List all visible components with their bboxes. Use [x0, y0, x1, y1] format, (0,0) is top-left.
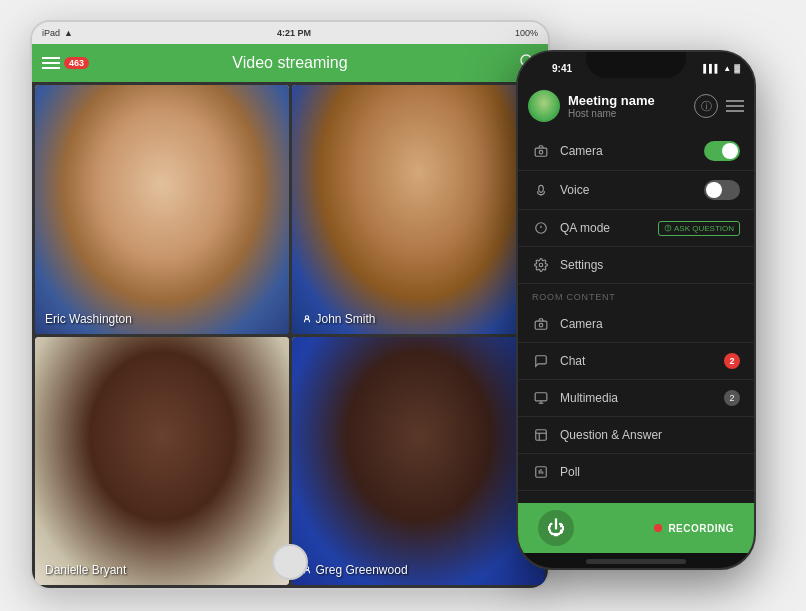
video-grid: Eric Washington John Smith Danielle Brya… — [32, 82, 548, 588]
ipad-wifi-icon: ▲ — [64, 28, 73, 38]
tablet-notifications-badge: 463 — [64, 57, 89, 69]
tablet-device: iPad ▲ 4:21 PM 100% 463 Video streaming … — [30, 20, 550, 590]
tablet-title: Video streaming — [232, 54, 347, 72]
svg-rect-17 — [536, 430, 547, 441]
tablet-status-left[interactable]: 463 — [42, 57, 89, 69]
chat-badge: 2 — [724, 353, 740, 369]
ipad-time: 4:21 PM — [277, 28, 311, 38]
svg-rect-4 — [535, 148, 547, 156]
camera-toggle[interactable] — [704, 141, 740, 161]
qa-icon — [532, 426, 550, 444]
poll-label: Poll — [560, 465, 740, 479]
recording-dot — [654, 524, 662, 532]
qa-mode-icon — [532, 219, 550, 237]
room-content-section-label: ROOM CONTENT — [518, 284, 754, 306]
settings-icon — [532, 256, 550, 274]
power-button[interactable]: ⏻ — [538, 510, 574, 546]
recording-indicator: RECORDING — [654, 523, 734, 534]
phone-battery-icon: ▓ — [734, 64, 740, 73]
ipad-status-right: 100% — [515, 28, 538, 38]
phone-footer: ⏻ RECORDING — [518, 503, 754, 553]
tablet-top-bar: 463 Video streaming — [32, 44, 548, 82]
settings-item[interactable]: Settings — [518, 247, 754, 284]
meeting-name: Meeting name — [568, 93, 686, 108]
video-cell-eric: Eric Washington — [35, 85, 289, 334]
voice-toggle[interactable] — [704, 180, 740, 200]
chat-icon — [532, 352, 550, 370]
participant-name-greg: Greg Greenwood — [302, 563, 408, 577]
participant-name-john: John Smith — [302, 312, 376, 326]
multimedia-label: Multimedia — [560, 391, 714, 405]
phone-header-icons[interactable]: ⓘ — [694, 94, 744, 118]
ask-question-button[interactable]: ASK QUESTION — [658, 221, 740, 236]
phone-notch — [586, 52, 686, 78]
voice-control-item[interactable]: Voice — [518, 171, 754, 210]
svg-point-6 — [539, 185, 544, 192]
phone-time: 9:41 — [532, 63, 572, 74]
video-cell-danielle: Danielle Bryant — [35, 337, 289, 586]
ipad-battery: 100% — [515, 28, 538, 38]
host-name: Host name — [568, 108, 686, 119]
qa-label: Question & Answer — [560, 428, 740, 442]
settings-label: Settings — [560, 258, 740, 272]
recording-label: RECORDING — [668, 523, 734, 534]
logout-item[interactable]: Logout — [518, 491, 754, 503]
room-qa-item[interactable]: Question & Answer — [518, 417, 754, 454]
chat-label: Chat — [560, 354, 714, 368]
logout-icon — [532, 500, 550, 503]
phone-avatar — [528, 90, 560, 122]
svg-point-5 — [539, 150, 543, 154]
video-cell-john: John Smith — [292, 85, 546, 334]
qa-mode-label: QA mode — [560, 221, 648, 235]
phone-device: 9:41 ▌▌▌ ▲ ▓ Meeting name Host name ⓘ — [516, 50, 756, 570]
svg-rect-14 — [535, 393, 547, 401]
multimedia-badge: 2 — [724, 390, 740, 406]
room-camera-label: Camera — [560, 317, 740, 331]
phone-status-icons: ▌▌▌ ▲ ▓ — [703, 64, 740, 73]
ipad-label: iPad — [42, 28, 60, 38]
svg-point-13 — [539, 323, 543, 327]
svg-point-11 — [539, 263, 543, 267]
tablet-menu-icon[interactable] — [42, 57, 60, 69]
phone-wifi-icon: ▲ — [723, 64, 731, 73]
hamburger-menu-icon[interactable] — [726, 100, 744, 112]
camera-control-item[interactable]: Camera — [518, 132, 754, 171]
svg-rect-12 — [535, 321, 547, 329]
ipad-status-bar: iPad ▲ 4:21 PM 100% — [32, 22, 548, 44]
participant-name-eric: Eric Washington — [45, 312, 132, 326]
camera-label: Camera — [560, 144, 694, 158]
tablet-home-button[interactable] — [272, 544, 308, 580]
room-multimedia-item[interactable]: Multimedia 2 — [518, 380, 754, 417]
phone-header: Meeting name Host name ⓘ — [518, 80, 754, 132]
room-camera-item[interactable]: Camera — [518, 306, 754, 343]
camera-icon — [532, 142, 550, 160]
room-camera-icon — [532, 315, 550, 333]
ipad-status-left: iPad ▲ — [42, 28, 73, 38]
video-cell-greg: Greg Greenwood — [292, 337, 546, 586]
multimedia-icon — [532, 389, 550, 407]
info-icon[interactable]: ⓘ — [694, 94, 718, 118]
voice-label: Voice — [560, 183, 694, 197]
phone-home-bar[interactable] — [586, 559, 686, 564]
room-poll-item[interactable]: Poll — [518, 454, 754, 491]
ask-question-label: ASK QUESTION — [674, 224, 734, 233]
logout-label: Logout — [560, 502, 740, 503]
phone-signal-icon: ▌▌▌ — [703, 64, 720, 73]
voice-icon — [532, 181, 550, 199]
qa-mode-item[interactable]: QA mode ASK QUESTION — [518, 210, 754, 247]
room-chat-item[interactable]: Chat 2 — [518, 343, 754, 380]
poll-icon — [532, 463, 550, 481]
phone-header-text: Meeting name Host name — [568, 93, 686, 119]
phone-menu-body: Camera Voice QA mode ASK QUESTION — [518, 132, 754, 503]
participant-name-danielle: Danielle Bryant — [45, 563, 126, 577]
